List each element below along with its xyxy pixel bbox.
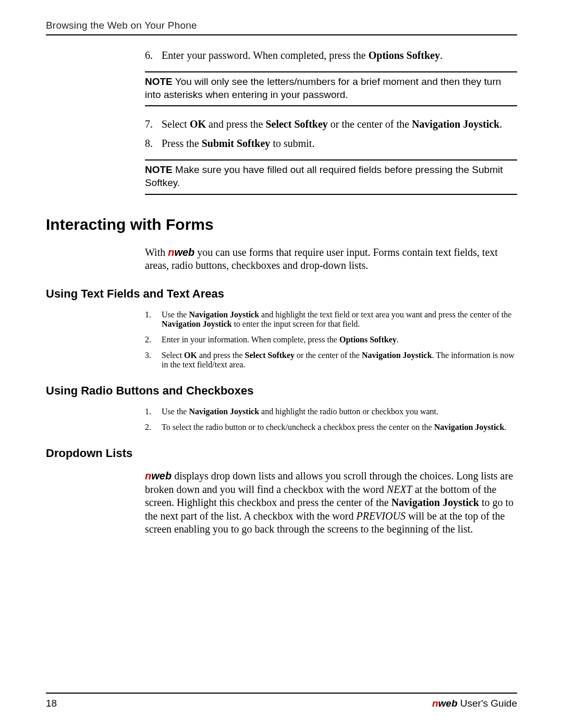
note-box: NOTE You will only see the letters/numbe… bbox=[145, 71, 517, 106]
bold-term: Select Softkey bbox=[245, 351, 295, 360]
step-text: and highlight the text field or text are… bbox=[259, 310, 511, 319]
step-text: . bbox=[499, 118, 502, 130]
para-text: you can use forms that require user inpu… bbox=[145, 246, 498, 272]
page-body: Browsing the Web on Your Phone 6. Enter … bbox=[46, 20, 517, 536]
footer-guide-label: nweb User's Guide bbox=[432, 698, 517, 709]
dropdown-para: nweb displays drop down lists and allows… bbox=[145, 470, 517, 536]
note-label: NOTE bbox=[145, 76, 173, 87]
bold-term: Navigation Joystick bbox=[189, 407, 259, 416]
steps-list-bottom: 7. Select OK and press the Select Softke… bbox=[145, 118, 517, 150]
subsection-heading-radio-checkboxes: Using Radio Buttons and Checkboxes bbox=[46, 384, 517, 398]
step-text: . bbox=[397, 335, 399, 344]
step-text: and press the bbox=[206, 118, 265, 130]
brand-n: n bbox=[145, 470, 151, 482]
brand-web: web bbox=[438, 698, 458, 709]
step-number: 3. bbox=[145, 351, 151, 360]
step-text: to enter the input screen for that field… bbox=[232, 319, 360, 328]
step-number: 1. bbox=[145, 310, 151, 319]
step-text: Select bbox=[162, 118, 190, 130]
step-8: 8. Press the Submit Softkey to submit. bbox=[145, 137, 517, 150]
step-text: . bbox=[504, 423, 506, 431]
step-number: 2. bbox=[145, 335, 151, 344]
bold-term: Select Softkey bbox=[265, 118, 327, 130]
bold-term: Navigation Joystick bbox=[162, 319, 232, 328]
step-text: Select bbox=[162, 351, 184, 360]
page-number: 18 bbox=[46, 698, 57, 709]
step-text: or the center of the bbox=[295, 351, 362, 360]
step-text: Use the bbox=[162, 407, 189, 416]
running-header: Browsing the Web on Your Phone bbox=[46, 20, 517, 35]
italic-term: PREVIOUS bbox=[356, 510, 405, 522]
page-footer: 18 nweb User's Guide bbox=[46, 693, 517, 709]
bold-term: OK bbox=[190, 118, 206, 130]
step-text: and highlight the radio button or checkb… bbox=[259, 407, 438, 416]
brand-web: web bbox=[174, 246, 194, 258]
italic-term: NEXT bbox=[387, 484, 412, 495]
content-column: 6. Enter your password. When completed, … bbox=[145, 49, 517, 195]
section-heading: Interacting with Forms bbox=[46, 216, 517, 233]
step-text: Enter in your information. When complete… bbox=[162, 335, 339, 344]
footer-text: User's Guide bbox=[457, 698, 517, 709]
steps-text-fields: 1. Use the Navigation Joystick and highl… bbox=[145, 310, 517, 369]
brand-n: n bbox=[432, 698, 438, 709]
step-number: 1. bbox=[145, 407, 151, 416]
steps-list-top: 6. Enter your password. When completed, … bbox=[145, 49, 517, 62]
step-1: 1. Use the Navigation Joystick and highl… bbox=[145, 310, 517, 329]
bold-term: OK bbox=[184, 351, 197, 360]
step-text: or the center of the bbox=[328, 118, 412, 130]
note-box: NOTE Make sure you have filled out all r… bbox=[145, 159, 517, 194]
bold-term: Navigation Joystick bbox=[362, 351, 432, 360]
brand-n: n bbox=[168, 246, 174, 258]
step-number: 6. bbox=[145, 49, 153, 62]
step-6: 6. Enter your password. When completed, … bbox=[145, 49, 517, 62]
bold-term: Submit Softkey bbox=[202, 138, 271, 149]
step-number: 8. bbox=[145, 137, 153, 150]
bold-term: Navigation Joystick bbox=[434, 423, 505, 431]
step-text: Use the bbox=[162, 310, 189, 319]
bold-term: Options Softkey bbox=[339, 335, 397, 344]
subsection-heading-text-fields: Using Text Fields and Text Areas bbox=[46, 287, 517, 301]
step-2: 2. To select the radio button or to chec… bbox=[145, 423, 517, 432]
step-text: Enter your password. When completed, pre… bbox=[162, 50, 369, 61]
step-text: . bbox=[440, 50, 443, 61]
bold-term: Navigation Joystick bbox=[391, 497, 479, 508]
bold-term: Navigation Joystick bbox=[412, 118, 499, 130]
step-text: To select the radio button or to check/u… bbox=[162, 423, 434, 431]
step-3: 3. Select OK and press the Select Softke… bbox=[145, 351, 517, 369]
step-7: 7. Select OK and press the Select Softke… bbox=[145, 118, 517, 131]
step-text: Press the bbox=[162, 138, 202, 149]
note-label: NOTE bbox=[145, 164, 173, 175]
step-2: 2. Enter in your information. When compl… bbox=[145, 335, 517, 344]
bold-term: Options Softkey bbox=[369, 50, 440, 61]
step-number: 2. bbox=[145, 423, 151, 432]
steps-radio-checkboxes: 1. Use the Navigation Joystick and highl… bbox=[145, 407, 517, 432]
note-text: You will only see the letters/numbers fo… bbox=[145, 76, 501, 100]
step-1: 1. Use the Navigation Joystick and highl… bbox=[145, 407, 517, 416]
bold-term: Navigation Joystick bbox=[189, 310, 259, 319]
step-number: 7. bbox=[145, 118, 153, 131]
section-interacting-with-forms: Interacting with Forms With nweb you can… bbox=[46, 216, 517, 536]
section-intro-para: With nweb you can use forms that require… bbox=[145, 246, 517, 273]
step-text: and press the bbox=[197, 351, 245, 360]
step-text: to submit. bbox=[270, 138, 314, 149]
note-text: Make sure you have filled out all requir… bbox=[145, 164, 503, 188]
subsection-heading-dropdown: Dropdown Lists bbox=[46, 447, 517, 460]
para-text: With bbox=[145, 246, 168, 258]
brand-web: web bbox=[151, 470, 172, 482]
